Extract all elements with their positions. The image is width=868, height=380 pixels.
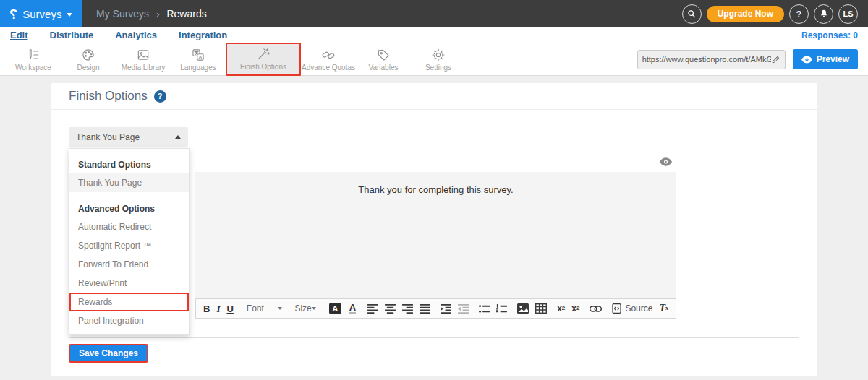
chevron-down-icon	[312, 307, 316, 310]
rich-text-toolbar: B I U Font Size A A	[195, 298, 676, 319]
editor-preview-eye-icon[interactable]	[660, 157, 672, 166]
tab-analytics[interactable]: Analytics	[115, 30, 157, 40]
size-select[interactable]: Size	[292, 303, 318, 314]
image-button[interactable]	[517, 303, 529, 314]
avatar[interactable]: LS	[838, 4, 858, 24]
product-switcher[interactable]: ? Surveys	[0, 0, 82, 27]
bulleted-list-button[interactable]	[479, 304, 490, 314]
preview-eye-icon	[801, 56, 812, 64]
finish-options-wand-icon	[256, 47, 271, 61]
menu-item-review-print[interactable]: Review/Print	[69, 274, 189, 293]
toolbar-item-advance-quotas[interactable]: Advance Quotas	[301, 46, 356, 74]
divider	[69, 337, 799, 338]
toolbar-item-languages[interactable]: A Languages	[171, 46, 226, 74]
underline-button[interactable]: U	[226, 304, 233, 314]
title-help-icon[interactable]: ?	[154, 90, 166, 103]
indent-button[interactable]	[441, 304, 451, 314]
outdent-button[interactable]	[458, 304, 469, 314]
breadcrumb-separator-icon: ›	[156, 9, 159, 20]
product-name: Surveys	[22, 8, 61, 20]
tab-edit[interactable]: Edit	[10, 30, 28, 40]
design-palette-icon	[81, 48, 95, 62]
breadcrumb: My Surveys › Rewards	[96, 8, 207, 20]
workspace-icon	[26, 48, 41, 62]
text-color-button[interactable]: A	[349, 303, 357, 315]
thank-you-editor: Thank you for completing this survey. B …	[195, 152, 676, 319]
toolbar-item-variables[interactable]: Variables	[356, 46, 411, 74]
menu-item-spotlight-report[interactable]: Spotlight Report ™	[69, 236, 189, 255]
chevron-down-icon	[278, 307, 282, 310]
svg-text:A: A	[199, 54, 203, 59]
remove-format-button[interactable]: Tx	[659, 303, 668, 314]
menu-item-automatic-redirect[interactable]: Automatic Redirect	[69, 217, 189, 236]
background-color-icon: A	[329, 303, 341, 314]
text-color-icon: A	[349, 303, 356, 315]
increase-indent-icon	[441, 304, 451, 314]
menu-group-standard: Standard Options	[69, 156, 189, 173]
help-button[interactable]: ?	[789, 4, 809, 24]
languages-icon: A	[191, 48, 205, 62]
source-code-icon	[612, 303, 621, 314]
numbered-list-button[interactable]	[496, 304, 507, 314]
italic-button[interactable]: I	[216, 304, 220, 314]
menu-item-forward-to-friend[interactable]: Forward To Friend	[69, 255, 189, 274]
align-right-button[interactable]	[402, 304, 413, 314]
chevron-up-icon	[175, 135, 181, 139]
notifications-button[interactable]	[814, 4, 833, 24]
align-right-icon	[402, 304, 413, 314]
breadcrumb-current: Rewards	[166, 8, 206, 20]
align-left-button[interactable]	[367, 304, 378, 314]
align-center-button[interactable]	[385, 304, 396, 314]
link-icon	[590, 306, 602, 312]
toolbar-item-design[interactable]: Design	[61, 46, 116, 74]
numbered-list-icon	[496, 304, 507, 314]
tab-distribute[interactable]: Distribute	[50, 30, 94, 40]
background-color-button[interactable]: A	[329, 303, 343, 314]
variables-tag-icon	[376, 48, 391, 62]
link-button[interactable]	[590, 306, 602, 312]
page-body: Finish Options ? Thank You Page Standard…	[0, 76, 868, 380]
survey-nav-bar: Edit Distribute Analytics Integration Re…	[0, 27, 868, 43]
image-icon	[517, 303, 529, 314]
preview-button[interactable]: Preview	[793, 49, 858, 69]
top-header-bar: ? Surveys My Surveys › Rewards Upgrade N…	[0, 0, 868, 27]
justify-button[interactable]	[420, 304, 430, 314]
decrease-indent-icon	[458, 304, 469, 314]
save-changes-button[interactable]: Save Changes	[69, 344, 148, 363]
edit-toolbar: Workspace Design Media Library A Languag…	[0, 43, 868, 76]
finish-type-dropdown-menu: Standard Options Thank You Page Advanced…	[69, 148, 190, 335]
search-button[interactable]	[682, 4, 702, 24]
upgrade-now-button[interactable]: Upgrade Now	[707, 6, 784, 22]
subscript-button[interactable]: x2	[557, 304, 565, 313]
breadcrumb-my-surveys[interactable]: My Surveys	[96, 8, 149, 20]
finish-type-select[interactable]: Thank You Page	[69, 127, 188, 147]
bold-button[interactable]: B	[203, 304, 210, 314]
toolbar-item-workspace[interactable]: Workspace	[6, 46, 61, 74]
bulleted-list-icon	[479, 304, 490, 314]
edit-url-pencil-icon[interactable]	[771, 55, 780, 64]
avatar-initials: LS	[843, 9, 853, 18]
bell-icon	[819, 9, 829, 19]
finish-options-card: Finish Options ? Thank You Page Standard…	[51, 83, 817, 376]
toolbar-item-finish-options[interactable]: Finish Options	[226, 43, 301, 76]
tab-integration[interactable]: Integration	[179, 30, 227, 40]
source-button[interactable]: Source	[612, 303, 652, 314]
toolbar-item-media-library[interactable]: Media Library	[116, 46, 171, 74]
advance-quotas-chain-icon	[321, 48, 336, 62]
toolbar-item-settings[interactable]: Settings	[411, 46, 466, 74]
survey-url-field[interactable]	[637, 50, 786, 69]
questionpro-logo-icon: ?	[9, 7, 18, 21]
table-icon	[535, 303, 547, 314]
menu-item-rewards[interactable]: Rewards	[69, 293, 189, 311]
question-mark-icon: ?	[796, 9, 802, 20]
font-select[interactable]: Font	[244, 303, 286, 314]
align-left-icon	[367, 304, 378, 314]
editor-preview-area[interactable]: Thank you for completing this survey.	[195, 172, 676, 298]
responses-count[interactable]: Responses: 0	[801, 30, 858, 40]
thank-you-message: Thank you for completing this survey.	[358, 184, 513, 195]
survey-url-input[interactable]	[642, 55, 771, 64]
menu-item-thank-you-page[interactable]: Thank You Page	[69, 173, 189, 192]
table-button[interactable]	[535, 303, 547, 314]
superscript-button[interactable]: x2	[571, 304, 579, 313]
menu-item-panel-integration[interactable]: Panel Integration	[69, 311, 189, 330]
